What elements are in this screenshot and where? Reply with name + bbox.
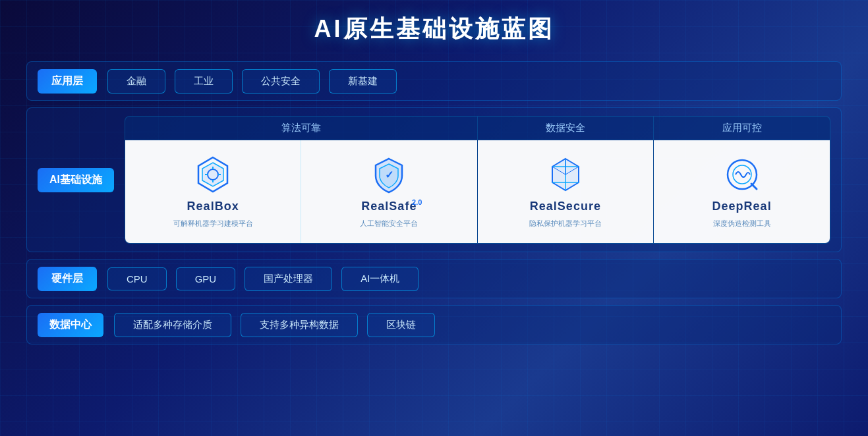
section-datasec-header: 数据安全 [478,117,654,140]
datacenter-layer-row: 数据中心 适配多种存储介质 支持多种异构数据 区块链 [26,305,842,344]
realsafe-name-wrap: RealSafe 2.0 [361,200,417,213]
svg-text:✓: ✓ [385,169,393,180]
realsafe-version: 2.0 [412,198,422,206]
page-title: AI原生基础设施蓝图 [26,13,842,45]
hw-item-ai-all-in-one: AI一体机 [341,267,419,291]
section-algo-header: 算法可靠 [125,117,477,140]
card-realsecure: RealSecure 隐私保护机器学习平台 [478,140,654,243]
hardware-layer-label: 硬件层 [38,267,97,291]
hw-item-gpu: GPU [176,267,236,290]
layers-container: 应用层 金融 工业 公共安全 新基建 AI基础设施 算法可靠 [26,61,842,344]
hardware-layer-items: CPU GPU 国产处理器 AI一体机 [107,267,419,291]
section-algo: 算法可靠 [125,117,478,243]
section-algo-cards: RealBox 可解释机器学习建模平台 ✓ [125,140,477,243]
section-datasec-cards: RealSecure 隐私保护机器学习平台 [478,140,654,243]
hw-item-cpu: CPU [107,267,167,290]
realsecure-subtitle: 隐私保护机器学习平台 [529,219,602,229]
deepreal-subtitle: 深度伪造检测工具 [713,219,771,229]
dc-item-hetero: 支持多种异构数据 [241,313,358,337]
realsecure-name: RealSecure [530,200,601,213]
realsecure-name-wrap: RealSecure [530,200,601,213]
realsafe-icon: ✓ [369,155,409,194]
ai-infra-layer-row: AI基础设施 算法可靠 [26,107,842,252]
app-item-security: 公共安全 [242,69,320,94]
page-container: AI原生基础设施蓝图 应用层 金融 工业 公共安全 新基建 AI基础设施 算法可… [0,0,868,436]
realbox-name: RealBox [187,200,239,213]
datacenter-layer-items: 适配多种存储介质 支持多种异构数据 区块链 [114,313,435,337]
card-realbox: RealBox 可解释机器学习建模平台 [125,140,301,243]
hw-item-domestic: 国产处理器 [245,267,332,291]
deepreal-name: DeepReal [712,200,772,213]
hardware-layer-row: 硬件层 CPU GPU 国产处理器 AI一体机 [26,259,842,298]
card-deepreal: DeepReal 深度伪造检测工具 [654,140,830,243]
app-item-finance: 金融 [107,69,165,94]
realsafe-name: RealSafe [361,200,417,213]
section-appctrl-cards: DeepReal 深度伪造检测工具 [654,140,830,243]
section-appctrl: 应用可控 [654,117,830,243]
svg-line-17 [751,184,757,189]
app-item-industry: 工业 [175,69,233,94]
infra-content: 算法可靠 [125,116,830,244]
app-item-newinfra: 新基建 [329,69,397,94]
application-layer-label: 应用层 [38,69,97,94]
dc-item-blockchain: 区块链 [367,313,435,337]
section-datasec: 数据安全 [478,117,654,243]
infra-sections: 算法可靠 [125,117,830,243]
application-layer-row: 应用层 金融 工业 公共安全 新基建 [26,61,842,101]
ai-infra-label: AI基础设施 [38,168,114,192]
section-appctrl-header: 应用可控 [654,117,830,140]
deepreal-icon [722,155,762,194]
realbox-icon [193,155,233,194]
application-layer-items: 金融 工业 公共安全 新基建 [107,69,397,94]
realsafe-subtitle: 人工智能安全平台 [360,219,418,229]
dc-item-storage: 适配多种存储介质 [114,313,231,337]
realbox-subtitle: 可解释机器学习建模平台 [173,219,253,229]
realbox-name-wrap: RealBox [187,200,239,213]
deepreal-name-wrap: DeepReal [712,200,772,213]
realsecure-icon [546,155,585,194]
datacenter-layer-label: 数据中心 [38,313,103,337]
card-realsafe: ✓ RealSafe 2.0 人工智能安全平台 [301,140,477,243]
